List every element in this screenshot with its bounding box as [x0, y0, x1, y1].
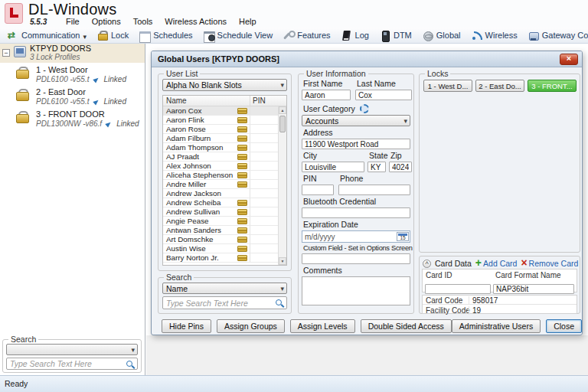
city-field[interactable]: [302, 162, 364, 172]
dialog-search-input[interactable]: [163, 297, 274, 309]
card-format-name-field[interactable]: [493, 284, 574, 294]
user-row[interactable]: Andrew Sullivan: [163, 207, 278, 217]
scroll-up-icon[interactable]: [279, 106, 286, 114]
dialog-footer-button[interactable]: Assign Groups: [217, 319, 285, 333]
toolbar-button[interactable]: Wireless: [466, 28, 523, 43]
user-row[interactable]: Adam Thompson: [163, 143, 278, 152]
user-row[interactable]: Alex Johnson: [163, 162, 278, 171]
dialog-footer-button[interactable]: Close: [546, 319, 582, 333]
user-row[interactable]: Angie Pease: [163, 217, 278, 226]
first-name-field[interactable]: [302, 90, 351, 100]
facility-code-value[interactable]: 19: [469, 306, 574, 315]
column-header-pin[interactable]: PIN: [250, 96, 286, 106]
user-row[interactable]: Barry Norton Jr.: [163, 253, 278, 263]
user-table-scrollbar[interactable]: [278, 106, 286, 265]
menu-item[interactable]: Options: [86, 16, 127, 28]
toolbar-button[interactable]: Schedule View: [198, 28, 279, 43]
menu-item[interactable]: Tools: [127, 16, 159, 28]
toolbar-button[interactable]: Features: [278, 28, 335, 43]
card-code-value[interactable]: 958017: [469, 296, 574, 305]
toolbar-button[interactable]: Schedules: [134, 28, 198, 43]
wrench-icon: [283, 31, 294, 41]
menu-item[interactable]: Wireless Actions: [158, 16, 233, 28]
comments-field[interactable]: [302, 276, 410, 305]
user-row[interactable]: Andrew Jackson: [163, 189, 278, 198]
plus-icon: [475, 259, 482, 268]
toolbar-button[interactable]: DTM: [374, 28, 417, 43]
card-icon: [237, 136, 247, 142]
user-row[interactable]: Andre Miller: [163, 180, 278, 189]
pin-cell: [250, 171, 278, 179]
remove-card-button[interactable]: Remove Card: [521, 259, 578, 268]
zip-field[interactable]: [389, 162, 412, 172]
bluetooth-credential-field[interactable]: [302, 207, 410, 218]
user-table: Name PIN Aaron Cox Aaron Flink Aaron Ros…: [162, 95, 287, 266]
user-row[interactable]: Aliceha Stephenson: [163, 171, 278, 180]
user-row[interactable]: Antwan Sanders: [163, 226, 278, 235]
tree-expander-icon[interactable]: [2, 49, 10, 57]
toolbar-button[interactable]: Global: [417, 28, 466, 43]
last-name-field[interactable]: [355, 90, 412, 100]
lock-button[interactable]: 1 - West D...: [423, 80, 472, 92]
card-icon: [237, 209, 247, 215]
card-icon: [237, 108, 247, 114]
card-icon: [237, 163, 247, 169]
lock-button[interactable]: 2 - East Do...: [475, 80, 524, 92]
collapse-chevron-icon[interactable]: [423, 260, 431, 268]
phone-field[interactable]: [338, 185, 410, 195]
user-row[interactable]: Art Domschke: [163, 235, 278, 244]
add-card-button[interactable]: Add Card: [475, 259, 518, 268]
search-icon[interactable]: [126, 361, 135, 369]
column-header-name[interactable]: Name: [163, 96, 250, 106]
user-row[interactable]: Aaron Rose: [163, 125, 278, 134]
tree-account-node[interactable]: KTPYD DOORS 3 Lock Profiles: [0, 44, 145, 63]
dialog-footer-button[interactable]: Administrative Users: [452, 319, 541, 333]
user-category-gear-icon[interactable]: [360, 104, 369, 113]
sidebar-search-input[interactable]: [7, 358, 125, 369]
user-name-cell: Andrew Scheiba: [163, 198, 237, 207]
user-row[interactable]: Austin Wise: [163, 244, 278, 253]
lock-button[interactable]: 3 - FRONT...: [528, 80, 577, 92]
dialog-search-field-select[interactable]: Name: [162, 283, 287, 294]
zip-label: Zip: [389, 151, 412, 160]
expiration-date-field[interactable]: m/d/yyyy: [302, 230, 410, 243]
menu-item[interactable]: File: [60, 16, 86, 28]
user-row[interactable]: Andrew Scheiba: [163, 198, 278, 207]
main-bottom-strip: [146, 335, 588, 375]
toolbar-button[interactable]: Lock: [92, 28, 134, 43]
pin-field[interactable]: [302, 185, 334, 195]
address-field[interactable]: [302, 139, 410, 149]
dialog-footer-button[interactable]: Double Sided Access: [361, 319, 452, 333]
dialog-close-button[interactable]: [560, 54, 578, 65]
calendar-icon[interactable]: [397, 232, 409, 241]
tree-lock-item[interactable]: 1 - West Door PDL6100 -v55.t Linked: [36, 65, 145, 85]
tree-lock-item[interactable]: 2 - East Door PDL6100 -v55.t Linked: [36, 87, 145, 107]
dialog-footer-button[interactable]: Hide Pins: [162, 319, 211, 333]
toolbar-button[interactable]: Communication: [2, 28, 92, 43]
toolbar-button[interactable]: Log: [336, 28, 374, 43]
state-field[interactable]: [368, 162, 386, 172]
scrollbar-thumb[interactable]: [279, 116, 286, 132]
card-id-label: Card ID: [426, 271, 452, 279]
user-row[interactable]: Aaron Cox: [163, 106, 278, 116]
user-list-filter-select[interactable]: Alpha No Blank Slots: [162, 79, 287, 91]
card-icon: [237, 246, 247, 252]
card-icon: [237, 172, 247, 178]
tree-lock-item[interactable]: 3 - FRONT DOOR PDL1300NW -v86.f Linked: [36, 109, 145, 129]
dialog-footer-button[interactable]: Assign Levels: [290, 319, 355, 333]
user-row[interactable]: Aaron Flink: [163, 116, 278, 125]
gateway-icon: [528, 31, 539, 41]
toolbar-button[interactable]: Gateway Config: [523, 28, 588, 43]
pin-cell: [250, 152, 278, 161]
last-name-label: Last Name: [355, 79, 412, 88]
user-row[interactable]: AJ Praadt: [163, 152, 278, 162]
menu-item[interactable]: Help: [233, 16, 263, 28]
pin-cell: [250, 226, 278, 234]
card-id-field[interactable]: [425, 284, 491, 294]
custom-field[interactable]: [302, 253, 410, 264]
sidebar-search-field-select[interactable]: [6, 344, 138, 355]
search-icon[interactable]: [276, 299, 284, 308]
scroll-down-icon[interactable]: [279, 257, 286, 265]
user-row[interactable]: Adam Filburn: [163, 134, 278, 143]
user-category-select[interactable]: Accounts: [302, 115, 410, 126]
